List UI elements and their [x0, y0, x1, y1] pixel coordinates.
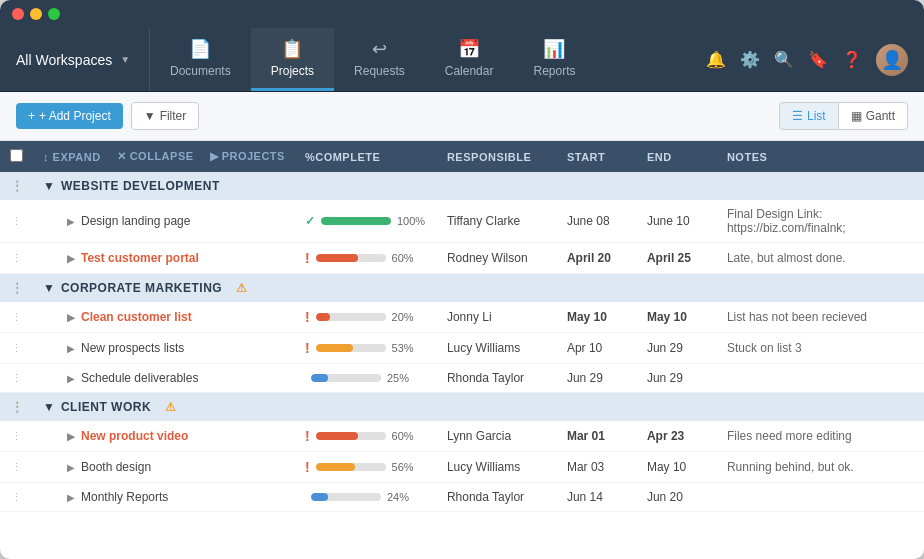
task-expand-icon[interactable]: ▶ — [67, 492, 75, 503]
progress-bar — [311, 493, 381, 501]
nav-reports-label: Reports — [533, 64, 575, 78]
table-row: ⋮ ▶ Clean customer list ! 20% Jonny Li M… — [0, 302, 924, 333]
drag-handle[interactable]: ⋮ — [0, 172, 33, 200]
add-project-button[interactable]: + + Add Project — [16, 103, 123, 129]
task-responsible: Rhonda Taylor — [437, 364, 557, 393]
task-name-label[interactable]: Schedule deliverables — [81, 371, 198, 385]
task-expand-icon[interactable]: ▶ — [67, 312, 75, 323]
task-name-label[interactable]: Design landing page — [81, 214, 190, 228]
filter-icon: ▼ — [144, 109, 156, 123]
minimize-button[interactable] — [30, 8, 42, 20]
drag-handle[interactable]: ⋮ — [0, 274, 33, 303]
close-button[interactable] — [12, 8, 24, 20]
workspace-selector[interactable]: All Workspaces ▼ — [0, 28, 150, 91]
progress-label: 56% — [392, 461, 422, 473]
status-exclaim-icon: ! — [305, 250, 310, 266]
task-name-label[interactable]: Booth design — [81, 460, 151, 474]
task-expand-icon[interactable]: ▶ — [67, 431, 75, 442]
warning-icon: ⚠ — [236, 281, 247, 295]
group-name: CORPORATE MARKETING — [61, 281, 222, 295]
group-row: ⋮ ▼ CLIENT WORK ⚠ — [0, 393, 924, 422]
nav-item-calendar[interactable]: 📅 Calendar — [425, 28, 514, 91]
th-complete: %COMPLETE — [295, 141, 437, 172]
nav-item-projects[interactable]: 📋 Projects — [251, 28, 334, 91]
table-row: ⋮ ▶ New prospects lists ! 53% Lucy Willi… — [0, 333, 924, 364]
task-progress-cell: ! 56% — [295, 452, 437, 483]
filter-button[interactable]: ▼ Filter — [131, 102, 200, 130]
drag-handle[interactable]: ⋮ — [0, 393, 33, 422]
progress-bar — [316, 313, 386, 321]
table-row: ⋮ ▶ Monthly Reports 24% Rhonda Taylor Ju… — [0, 483, 924, 512]
nav-documents-label: Documents — [170, 64, 231, 78]
row-drag: ⋮ — [0, 364, 33, 393]
task-name-label[interactable]: New product video — [81, 429, 188, 443]
th-check[interactable] — [0, 141, 33, 172]
task-responsible: Jonny Li — [437, 302, 557, 333]
drag-icon[interactable]: ⋮ — [11, 342, 22, 354]
row-drag: ⋮ — [0, 302, 33, 333]
task-expand-icon[interactable]: ▶ — [67, 253, 75, 264]
task-progress-cell: ! 60% — [295, 243, 437, 274]
progress-label: 60% — [392, 430, 422, 442]
task-start: Jun 29 — [557, 364, 637, 393]
nav-item-documents[interactable]: 📄 Documents — [150, 28, 251, 91]
task-responsible: Lynn Garcia — [437, 421, 557, 452]
avatar[interactable]: 👤 — [876, 44, 908, 76]
group-toggle-icon[interactable]: ▼ — [43, 281, 55, 295]
drag-icon[interactable]: ⋮ — [11, 491, 22, 503]
task-expand-icon[interactable]: ▶ — [67, 462, 75, 473]
task-name-label[interactable]: Test customer portal — [81, 251, 199, 265]
search-icon[interactable]: 🔍 — [774, 50, 794, 69]
task-name-cell: ▶ Design landing page — [33, 200, 295, 243]
group-toggle-icon[interactable]: ▼ — [43, 400, 55, 414]
task-start: Mar 01 — [557, 421, 637, 452]
drag-icon[interactable]: ⋮ — [11, 372, 22, 384]
drag-icon[interactable]: ⋮ — [11, 215, 22, 227]
notification-icon[interactable]: 🔔 — [706, 50, 726, 69]
traffic-lights — [12, 8, 60, 20]
list-view-button[interactable]: ☰ List — [779, 102, 839, 130]
th-start: START — [557, 141, 637, 172]
task-name-label[interactable]: Monthly Reports — [81, 490, 168, 504]
settings-icon[interactable]: ⚙️ — [740, 50, 760, 69]
drag-icon[interactable]: ⋮ — [11, 461, 22, 473]
progress-fill — [311, 493, 328, 501]
bookmark-icon[interactable]: 🔖 — [808, 50, 828, 69]
task-name-label[interactable]: Clean customer list — [81, 310, 192, 324]
task-expand-icon[interactable]: ▶ — [67, 373, 75, 384]
nav-item-reports[interactable]: 📊 Reports — [513, 28, 595, 91]
nav-right: 🔔 ⚙️ 🔍 🔖 ❓ 👤 — [690, 28, 924, 91]
progress-label: 60% — [392, 252, 422, 264]
maximize-button[interactable] — [48, 8, 60, 20]
th-responsible: RESPONSIBLE — [437, 141, 557, 172]
table-row: ⋮ ▶ Schedule deliverables 25% Rhonda Tay… — [0, 364, 924, 393]
group-toggle-icon[interactable]: ▼ — [43, 179, 55, 193]
task-name-label[interactable]: New prospects lists — [81, 341, 184, 355]
drag-icon[interactable]: ⋮ — [11, 430, 22, 442]
reports-icon: 📊 — [543, 38, 565, 60]
progress-bar — [321, 217, 391, 225]
documents-icon: 📄 — [189, 38, 211, 60]
gantt-view-button[interactable]: ▦ Gantt — [839, 102, 908, 130]
task-expand-icon[interactable]: ▶ — [67, 216, 75, 227]
drag-icon[interactable]: ⋮ — [11, 252, 22, 264]
th-expand-collapse: ↕ Expand ✕ Collapse ▶ Projects — [43, 150, 285, 163]
progress-fill — [316, 313, 330, 321]
help-icon[interactable]: ❓ — [842, 50, 862, 69]
app-window: All Workspaces ▼ 📄 Documents 📋 Projects … — [0, 0, 924, 559]
select-all-checkbox[interactable] — [10, 149, 23, 162]
th-expand-label[interactable]: ↕ Expand — [43, 151, 101, 163]
nav-item-requests[interactable]: ↩ Requests — [334, 28, 425, 91]
task-name-cell: ▶ New product video — [33, 421, 295, 452]
workspace-label: All Workspaces — [16, 52, 112, 68]
table-row: ⋮ ▶ Design landing page ✓ 100% Tiffany C… — [0, 200, 924, 243]
projects-icon: 📋 — [281, 38, 303, 60]
th-collapse-label[interactable]: ✕ Collapse — [117, 150, 194, 163]
status-exclaim-icon: ! — [305, 428, 310, 444]
progress-fill — [316, 254, 358, 262]
task-end: May 10 — [637, 302, 717, 333]
drag-icon[interactable]: ⋮ — [11, 311, 22, 323]
requests-icon: ↩ — [372, 38, 387, 60]
task-expand-icon[interactable]: ▶ — [67, 343, 75, 354]
table-body: ⋮ ▼ WEBSITE DEVELOPMENT ⋮ ▶ Design landi… — [0, 172, 924, 512]
